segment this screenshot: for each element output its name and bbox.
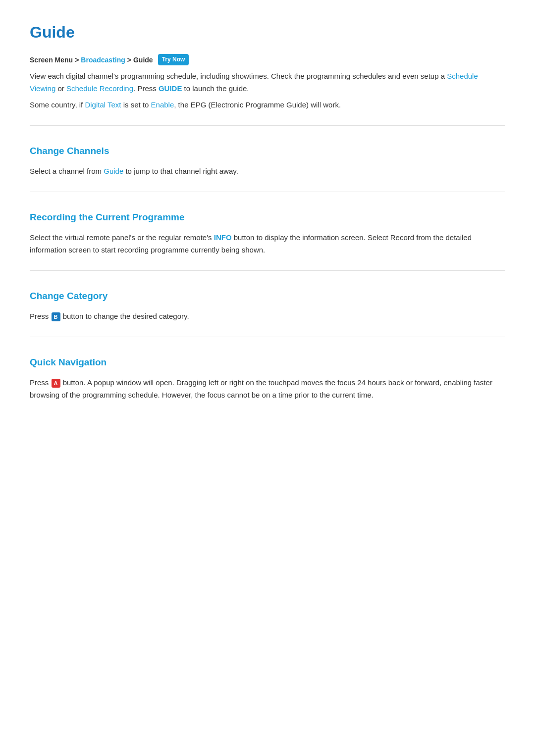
intro-paragraph-1: View each digital channel's programming … <box>30 70 505 95</box>
b-badge: B <box>52 312 60 321</box>
section-body-recording: Select the virtual remote panel's or the… <box>30 232 505 256</box>
breadcrumb-guide: Guide <box>133 54 153 65</box>
digital-text-link: Digital Text <box>85 101 121 109</box>
schedule-recording-link[interactable]: Schedule Recording <box>66 84 133 93</box>
section-title-quick-navigation: Quick Navigation <box>30 355 505 370</box>
section-change-channels: Change Channels Select a channel from Gu… <box>30 144 505 178</box>
a-badge: A <box>52 379 60 388</box>
section-body-quick-navigation: Press A button. A popup window will open… <box>30 377 505 402</box>
breadcrumb: Screen Menu > Broadcasting > Guide Try N… <box>30 54 505 65</box>
section-quick-navigation: Quick Navigation Press A button. A popup… <box>30 355 505 402</box>
page-title: Guide <box>30 20 505 45</box>
breadcrumb-separator-2: > <box>127 54 131 65</box>
enable-link: Enable <box>151 101 174 109</box>
change-category-post: button to change the desired category. <box>61 312 189 320</box>
try-now-badge[interactable]: Try Now <box>158 54 189 65</box>
change-channels-post: to jump to that channel right away. <box>123 167 238 175</box>
intro-paragraph-2: Some country, if Digital Text is set to … <box>30 99 505 111</box>
info-keyword: INFO <box>214 233 232 242</box>
intro-line2-post: , the EPG (Electronic Programme Guide) w… <box>174 101 341 109</box>
guide-keyword: GUIDE <box>159 84 182 93</box>
intro-launch: to launch the guide. <box>182 84 249 93</box>
divider-4 <box>30 337 505 337</box>
divider-1 <box>30 125 505 126</box>
intro-is-set-to: is set to <box>121 101 151 109</box>
section-title-change-category: Change Category <box>30 289 505 303</box>
section-title-recording: Recording the Current Programme <box>30 210 505 225</box>
section-recording-current-programme: Recording the Current Programme Select t… <box>30 210 505 256</box>
quick-nav-pre: Press <box>30 378 51 387</box>
divider-2 <box>30 192 505 192</box>
intro-text-part1: View each digital channel's programming … <box>30 72 447 80</box>
recording-pre: Select the virtual remote panel's or the… <box>30 233 214 242</box>
intro-or: or <box>55 84 66 93</box>
guide-link[interactable]: Guide <box>104 167 123 175</box>
breadcrumb-screen-menu: Screen Menu <box>30 54 73 65</box>
change-channels-pre: Select a channel from <box>30 167 104 175</box>
section-body-change-category: Press B button to change the desired cat… <box>30 310 505 323</box>
section-title-change-channels: Change Channels <box>30 144 505 158</box>
section-change-category: Change Category Press B button to change… <box>30 289 505 323</box>
section-body-change-channels: Select a channel from Guide to jump to t… <box>30 165 505 178</box>
quick-nav-post: button. A popup window will open. Draggi… <box>30 378 492 399</box>
breadcrumb-broadcasting[interactable]: Broadcasting <box>81 54 125 65</box>
change-category-pre: Press <box>30 312 51 320</box>
divider-3 <box>30 270 505 271</box>
intro-press: . Press <box>133 84 159 93</box>
intro-line2-pre: Some country, if <box>30 101 85 109</box>
breadcrumb-separator-1: > <box>75 54 79 65</box>
